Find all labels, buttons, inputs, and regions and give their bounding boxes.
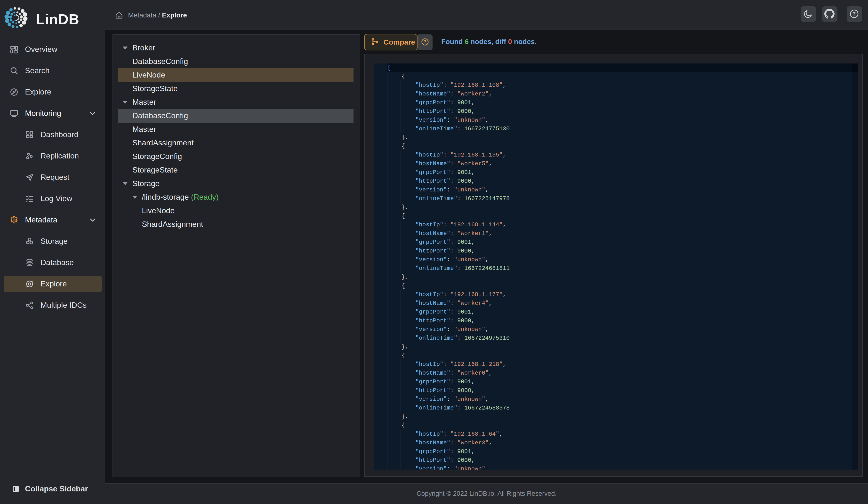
svg-text:?: ? — [423, 39, 426, 44]
svg-text:?: ? — [852, 11, 856, 17]
